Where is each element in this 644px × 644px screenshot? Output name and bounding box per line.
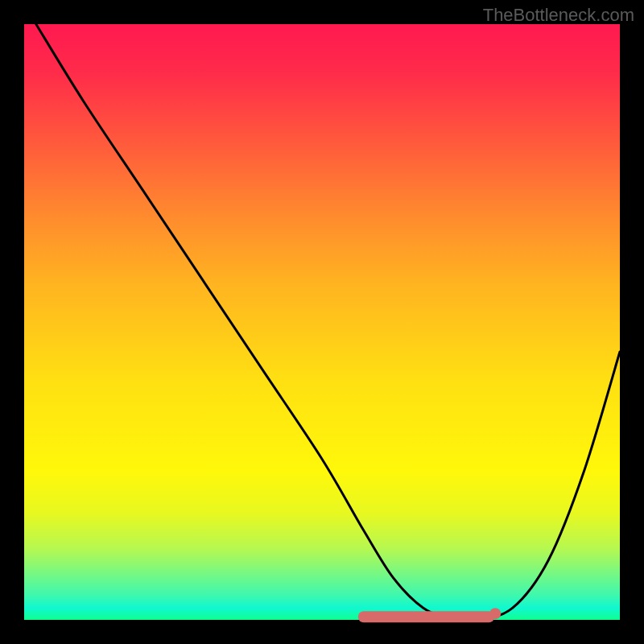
- watermark-text: TheBottleneck.com: [483, 5, 634, 26]
- optimal-region-end-dot: [489, 608, 501, 619]
- bottleneck-chart: [24, 24, 620, 620]
- bottleneck-curve-line: [36, 24, 620, 621]
